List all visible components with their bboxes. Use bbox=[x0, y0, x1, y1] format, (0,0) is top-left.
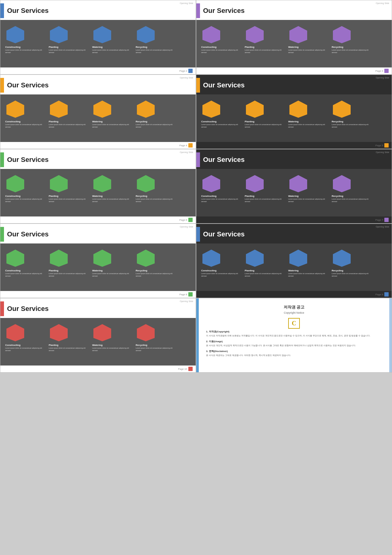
slide-header-3: Our Services Opening Slide bbox=[0, 75, 196, 94]
slide-1: Our Services Opening Slide Constructing … bbox=[0, 0, 196, 75]
service-label-2: Watering bbox=[92, 344, 103, 346]
service-label-1: Planting bbox=[245, 46, 254, 48]
service-item-3: Recycling Lorem ipsum dolor sit consecte… bbox=[332, 174, 371, 203]
slide-header-4: Our Services Opening Slide bbox=[196, 75, 392, 94]
service-label-0: Constructing bbox=[201, 195, 217, 197]
service-desc-3: Lorem ipsum dolor sit consectetuer adipi… bbox=[332, 198, 371, 203]
service-label-1: Planting bbox=[49, 344, 58, 346]
copyright-section-text-0: 이 서식은 저작권법에 의해 보호받는 저작물입니다. 이 서식은 개인적인 용… bbox=[206, 334, 382, 337]
slide-header-7: Our Services Opening Slide bbox=[0, 224, 196, 243]
service-item-1: Planting Lorem ipsum dolor sit consectet… bbox=[49, 174, 89, 203]
slide-content-3: Constructing Lorem ipsum dolor sit conse… bbox=[0, 94, 196, 142]
service-label-1: Planting bbox=[245, 120, 254, 123]
service-label-0: Constructing bbox=[5, 195, 21, 197]
opening-label-8: Opening Slide bbox=[376, 226, 389, 228]
svg-marker-10 bbox=[289, 26, 307, 43]
hexagons-row-1: Constructing Lorem ipsum dolor sit conse… bbox=[0, 20, 196, 54]
svg-marker-36 bbox=[6, 250, 24, 267]
service-item-3: Recycling Lorem ipsum dolor sit consecte… bbox=[136, 249, 175, 277]
page-label-6: Page 7 bbox=[375, 219, 383, 221]
svg-marker-19 bbox=[246, 101, 264, 118]
hexagon-0 bbox=[5, 174, 25, 193]
slide-title-7: Our Services bbox=[7, 230, 49, 238]
svg-marker-7 bbox=[246, 26, 264, 43]
service-desc-3: Lorem ipsum dolor sit consectetuer adipi… bbox=[332, 273, 371, 277]
slide-header-9: Our Services Opening Slide bbox=[0, 298, 196, 318]
service-item-3: Recycling Lorem ipsum dolor sit consecte… bbox=[136, 323, 175, 352]
service-item-2: Watering Lorem ipsum dolor sit consectet… bbox=[288, 25, 328, 54]
page-dot-1 bbox=[188, 69, 193, 73]
hexagon-3 bbox=[136, 249, 156, 267]
service-desc-0: Lorem ipsum dolor sit consectetuer adipi… bbox=[201, 124, 241, 128]
hexagon-2 bbox=[92, 249, 112, 267]
service-desc-3: Lorem ipsum dolor sit consectetuer adipi… bbox=[136, 198, 175, 203]
service-item-3: Recycling Lorem ipsum dolor sit consecte… bbox=[136, 174, 175, 203]
service-label-3: Recycling bbox=[136, 120, 147, 123]
service-desc-2: Lorem ipsum dolor sit consectetuer adipi… bbox=[92, 49, 132, 54]
service-desc-0: Lorem ipsum dolor sit consectetuer adipi… bbox=[201, 49, 241, 54]
svg-marker-11 bbox=[333, 26, 351, 43]
accent-bar-4 bbox=[196, 78, 200, 93]
opening-label-1: Opening Slide bbox=[180, 2, 193, 4]
copyright-section-title-1: 2. 이용(Usage) bbox=[206, 340, 382, 343]
service-desc-3: Lorem ipsum dolor sit consectetuer adipi… bbox=[332, 124, 371, 128]
page-dot-8 bbox=[384, 292, 389, 297]
slide-3: Our Services Opening Slide Constructing … bbox=[0, 75, 196, 149]
service-label-3: Recycling bbox=[136, 269, 147, 272]
slide-footer-1: Page 2 bbox=[0, 67, 196, 74]
slide-footer-9: Page 10 bbox=[0, 366, 196, 372]
svg-marker-13 bbox=[50, 101, 68, 118]
copyright-logo: C bbox=[288, 318, 300, 329]
service-label-1: Planting bbox=[49, 269, 58, 272]
copyright-content: 저작권 공고 Copyright Notice C 1. 저작권(Copyrig… bbox=[199, 298, 389, 366]
svg-marker-47 bbox=[333, 250, 351, 267]
service-desc-2: Lorem ipsum dolor sit consectetuer adipi… bbox=[288, 124, 328, 128]
hexagon-0 bbox=[201, 100, 221, 118]
svg-marker-22 bbox=[289, 101, 307, 118]
slide-content-9: Constructing Lorem ipsum dolor sit conse… bbox=[0, 318, 196, 366]
slide-content-5: Constructing Lorem ipsum dolor sit conse… bbox=[0, 169, 196, 216]
service-desc-0: Lorem ipsum dolor sit consectetuer adipi… bbox=[5, 347, 45, 352]
service-desc-1: Lorem ipsum dolor sit consectetuer adipi… bbox=[245, 273, 285, 277]
svg-marker-0 bbox=[6, 26, 24, 43]
svg-marker-18 bbox=[202, 101, 220, 118]
hexagon-1 bbox=[245, 100, 265, 118]
hexagons-row-3: Constructing Lorem ipsum dolor sit conse… bbox=[0, 94, 196, 128]
service-desc-2: Lorem ipsum dolor sit consectetuer adipi… bbox=[288, 49, 328, 54]
hexagon-1 bbox=[49, 323, 69, 342]
accent-bar-3 bbox=[0, 78, 4, 93]
accent-bar-5 bbox=[0, 152, 4, 167]
accent-bar-9 bbox=[0, 301, 4, 316]
svg-marker-48 bbox=[6, 324, 24, 341]
service-item-3: Recycling Lorem ipsum dolor sit consecte… bbox=[332, 249, 371, 277]
service-label-2: Watering bbox=[92, 269, 103, 272]
blue-sidebar bbox=[196, 298, 199, 372]
copyright-section-text-1: 본 서식은 개인적, 비상업적 목적으로만 사용이 가능합니다. 본 서식을 그… bbox=[206, 344, 382, 347]
service-label-3: Recycling bbox=[136, 46, 147, 48]
service-item-3: Recycling Lorem ipsum dolor sit consecte… bbox=[332, 100, 371, 128]
svg-marker-25 bbox=[50, 175, 68, 192]
hexagon-1 bbox=[49, 249, 69, 267]
hexagon-1 bbox=[245, 174, 265, 193]
copyright-section-text-2: 본 서식은 제공되는 그대로 제공됩니다. 어떠한 명시적, 묵시적 보증도 제… bbox=[206, 354, 382, 357]
svg-marker-6 bbox=[202, 26, 220, 43]
svg-marker-16 bbox=[93, 101, 111, 118]
accent-bar-2 bbox=[196, 3, 200, 18]
hexagon-3 bbox=[136, 100, 156, 118]
service-item-1: Planting Lorem ipsum dolor sit consectet… bbox=[245, 249, 285, 277]
hexagon-1 bbox=[245, 249, 265, 267]
svg-marker-42 bbox=[202, 250, 220, 267]
page-dot-5 bbox=[188, 218, 193, 222]
opening-label-7: Opening Slide bbox=[180, 226, 193, 228]
service-item-2: Watering Lorem ipsum dolor sit consectet… bbox=[92, 174, 132, 203]
slide-content-2: Constructing Lorem ipsum dolor sit conse… bbox=[196, 20, 392, 67]
copyright-section-0: 1. 저작권(Copyright) 이 서식은 저작권법에 의해 보호받는 저작… bbox=[206, 330, 382, 337]
svg-marker-29 bbox=[137, 175, 155, 192]
copyright-section-title-0: 1. 저작권(Copyright) bbox=[206, 330, 382, 333]
service-item-1: Planting Lorem ipsum dolor sit consectet… bbox=[245, 25, 285, 54]
service-item-0: Constructing Lorem ipsum dolor sit conse… bbox=[201, 174, 241, 203]
copyright-subtitle: Copyright Notice bbox=[206, 311, 382, 314]
service-item-1: Planting Lorem ipsum dolor sit consectet… bbox=[245, 100, 285, 128]
opening-label-3: Opening Slide bbox=[180, 77, 193, 79]
hexagon-2 bbox=[288, 249, 308, 267]
